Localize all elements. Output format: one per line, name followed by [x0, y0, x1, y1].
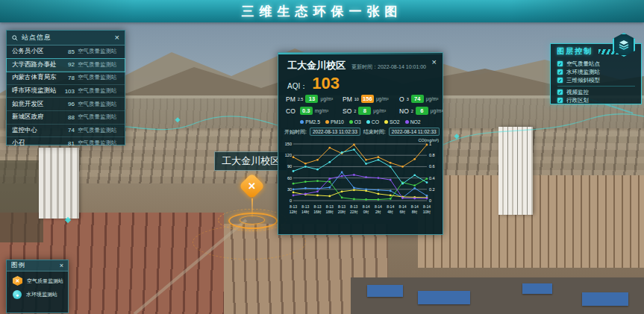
- layer-item[interactable]: ✓ 视频监控: [557, 88, 635, 96]
- blue-roof: [582, 292, 628, 306]
- station-name: 呼市环境监测站: [12, 87, 61, 95]
- svg-text:8-13: 8-13: [314, 204, 322, 209]
- legend-item-co[interactable]: CO: [366, 119, 379, 125]
- legend-panel-close-icon[interactable]: ×: [60, 263, 63, 269]
- pollutant-name: SO: [343, 107, 351, 115]
- legend-dot: [349, 120, 353, 124]
- divider: [557, 86, 635, 87]
- svg-text:8-13: 8-13: [301, 204, 309, 209]
- update-time: 更新时间：2022-08-14 10:01:00: [351, 63, 426, 71]
- station-name: 大学西路办事处: [12, 60, 61, 69]
- popup-close-icon[interactable]: ×: [432, 58, 437, 66]
- air-station-icon: ✕: [13, 276, 22, 286]
- layer-item[interactable]: ✓ 空气质量站点: [557, 60, 635, 68]
- station-type: 空气质量监测站: [78, 61, 119, 69]
- station-list-item[interactable]: 内蒙古体育局东 78 空气质量监测站: [7, 72, 125, 85]
- station-detail-popup: 工大金川校区 更新时间：2022-08-14 10:01:00 × AQI： 1…: [278, 52, 443, 235]
- legend-item-pm25[interactable]: PM2.5: [300, 119, 320, 125]
- svg-text:0.2: 0.2: [429, 187, 435, 192]
- blue-roof: [522, 283, 552, 294]
- station-list-item[interactable]: 监控中心 74 空气质量监测站: [7, 125, 125, 138]
- blue-roof: [418, 291, 470, 304]
- layer-item[interactable]: ✓ 三维倾斜模型: [557, 76, 635, 84]
- pollutant-value-badge: 6: [416, 107, 428, 115]
- station-name: 新城区政府: [12, 113, 61, 122]
- station-name: 如意开发区: [12, 100, 61, 109]
- checkbox-checked-icon[interactable]: ✓: [557, 90, 563, 95]
- svg-text:8-14: 8-14: [387, 204, 394, 209]
- svg-text:12时: 12时: [290, 210, 298, 214]
- checkbox-checked-icon[interactable]: ✓: [557, 69, 563, 75]
- legend-item-so2[interactable]: SO2: [384, 119, 400, 125]
- search-icon: [12, 35, 18, 41]
- aqi-value: 103: [312, 75, 340, 92]
- svg-text:0: 0: [290, 198, 292, 203]
- time-range-row: 开始时间: 2022-08-13 11:02:33 结束时间: 2022-08-…: [278, 125, 443, 136]
- pollutant-grid: PM2.5 13 μg/m³ PM10 156 μg/m³ O3 74 μg/m…: [278, 93, 443, 115]
- svg-text:6时: 6时: [400, 210, 406, 214]
- station-value: 85: [61, 48, 78, 55]
- legend-item-air[interactable]: ✕ 空气质量监测站: [7, 271, 68, 286]
- station-value: 96: [61, 101, 78, 107]
- end-time-label: 结束时间:: [363, 128, 386, 136]
- station-type: 空气质量监测站: [78, 87, 119, 95]
- legend-dot: [405, 120, 409, 124]
- pollutant-unit: μg/m³: [426, 96, 439, 101]
- svg-text:8时: 8时: [412, 210, 418, 214]
- legend-item-pm10[interactable]: PM10: [325, 119, 344, 125]
- legend-item-water[interactable]: ● 水环境监测站: [7, 286, 68, 299]
- svg-text:8-13: 8-13: [338, 204, 346, 209]
- legend-item-o3[interactable]: O3: [349, 119, 361, 125]
- station-list-item[interactable]: 小召 81 空气质量监测站: [7, 137, 125, 150]
- search-panel-title: 站点信息: [22, 33, 111, 43]
- pollutant-unit: μg/m³: [376, 96, 389, 101]
- end-time-field[interactable]: 2022-08-14 11:02:33: [389, 128, 440, 136]
- update-time-label: 更新时间：: [351, 64, 378, 69]
- popup-header: 工大金川校区 更新时间：2022-08-14 10:01:00: [278, 53, 443, 75]
- pollutant-cell: SO2 8 μg/m³: [343, 107, 399, 115]
- layer-label: 行政区划: [566, 97, 589, 104]
- legend-item-no2[interactable]: NO2: [405, 119, 421, 125]
- pollutant-trend-chart[interactable]: 030609012015000.20.40.60.81CO(mg/m³)8-13…: [281, 136, 440, 227]
- station-list-item[interactable]: 公务员小区 85 空气质量监测站: [7, 45, 125, 59]
- search-panel-close-icon[interactable]: ×: [115, 34, 119, 42]
- aqi-row: AQI： 103: [278, 75, 443, 93]
- legend-item-label: 水环境监测站: [26, 291, 57, 298]
- start-time-field[interactable]: 2022-08-13 11:02:33: [310, 128, 360, 136]
- svg-text:150: 150: [285, 142, 292, 146]
- white-tower: [39, 148, 79, 219]
- layer-item[interactable]: ✓ 水环境监测站: [557, 68, 635, 76]
- svg-text:CO(mg/m³): CO(mg/m³): [419, 138, 440, 142]
- legend-dot: [384, 120, 388, 124]
- svg-text:8-14: 8-14: [398, 204, 406, 209]
- svg-text:60: 60: [287, 176, 292, 180]
- station-billboard-label: 工大金川校区: [222, 155, 280, 166]
- station-type: 空气质量监测站: [78, 127, 119, 134]
- pollutant-name: CO: [286, 107, 296, 115]
- layer-label: 三维倾斜模型: [566, 77, 600, 84]
- pollutant-value-badge: 8: [358, 107, 371, 115]
- svg-text:0时: 0时: [363, 210, 369, 214]
- station-marker-icon[interactable]: ✕: [239, 173, 265, 199]
- aqi-label: AQI：: [287, 81, 307, 92]
- station-list-item[interactable]: 新城区政府 88 空气质量监测站: [7, 111, 125, 125]
- station-value: 78: [61, 75, 78, 81]
- map-legend-panel: 图例 × ✕ 空气质量监测站 ● 水环境监测站: [6, 260, 69, 313]
- station-type: 空气质量监测站: [78, 113, 119, 121]
- page-title: 三维生态环保一张图: [242, 3, 403, 20]
- station-type: 空气质量监测站: [78, 74, 119, 81]
- station-billboard[interactable]: 工大金川校区: [214, 151, 287, 171]
- pollutant-cell: PM2.5 13 μg/m³: [286, 95, 343, 103]
- svg-text:22时: 22时: [350, 210, 358, 214]
- station-list-item[interactable]: 如意开发区 96 空气质量监测站: [7, 98, 125, 111]
- station-type: 空气质量监测站: [78, 101, 119, 108]
- station-list-item[interactable]: 大学西路办事处 92 空气质量监测站: [7, 59, 125, 72]
- checkbox-checked-icon[interactable]: ✓: [557, 61, 563, 66]
- search-panel-header: 站点信息 ×: [7, 31, 125, 45]
- checkbox-checked-icon[interactable]: ✓: [557, 98, 563, 103]
- layer-item[interactable]: ✓ 行政区划: [557, 96, 635, 104]
- chart-legend: PM2.5 PM10 O3 CO SO2 NO2: [278, 119, 443, 125]
- svg-text:0.4: 0.4: [429, 176, 435, 180]
- checkbox-checked-icon[interactable]: ✓: [557, 78, 563, 83]
- station-list-item[interactable]: 呼市环境监测站 103 空气质量监测站: [7, 85, 125, 98]
